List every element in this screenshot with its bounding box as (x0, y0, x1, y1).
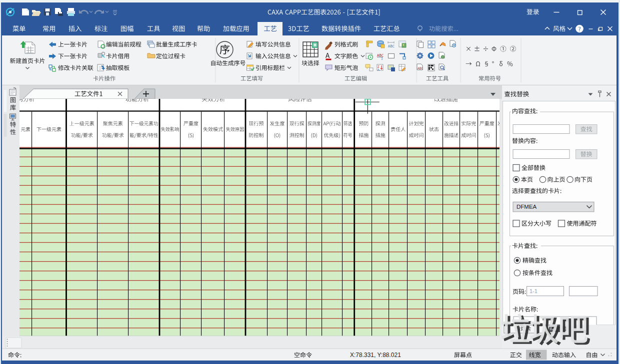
svg-text:X:78.331, Y:88.021: X:78.331, Y:88.021 (350, 352, 401, 359)
svg-text:1-1: 1-1 (530, 288, 538, 294)
svg-text:DFMEA: DFMEA (516, 204, 537, 210)
